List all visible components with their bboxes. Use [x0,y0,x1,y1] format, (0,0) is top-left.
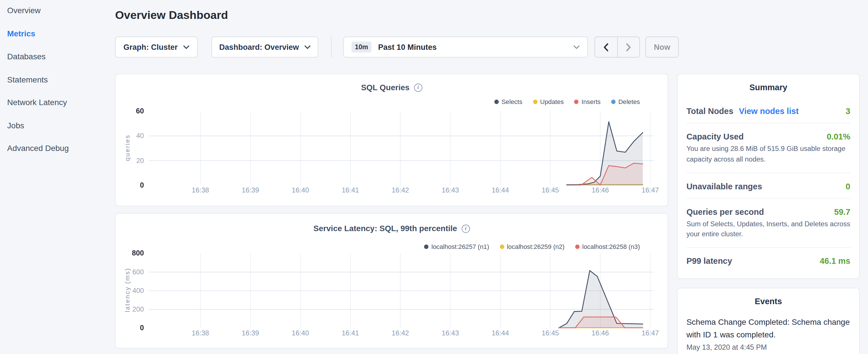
svg-text:16:46: 16:46 [592,329,609,337]
summary-row-p99-latency: P99 latency 46.1 ms [686,247,850,273]
graph-scope-dropdown[interactable]: Graph: Cluster [115,36,198,57]
summary-value: 3 [846,106,850,116]
chevron-right-icon [626,43,631,51]
summary-value: 46.1 ms [820,256,850,265]
svg-text:16:40: 16:40 [292,186,309,194]
svg-text:60: 60 [136,107,144,115]
sidebar-item-overview[interactable]: Overview [7,7,69,14]
svg-text:16:43: 16:43 [442,329,459,337]
svg-text:16:44: 16:44 [492,186,509,194]
service-latency-chart-card: Service Latency: SQL, 99th percentile i … [115,213,668,349]
summary-label: Unavailable ranges [686,181,762,191]
chart-plot-0[interactable]: 16:3816:3916:4016:4116:4216:4316:4416:45… [116,74,669,207]
sidebar-item-jobs[interactable]: Jobs [7,122,69,129]
sidebar-item-network-latency[interactable]: Network Latency [7,99,69,106]
graph-scope-label: Graph: Cluster [124,43,178,52]
event-list-item[interactable]: Schema Change Completed: Schema change w… [686,316,850,351]
summary-row-unavailable-ranges: Unavailable ranges 0 [686,172,850,198]
chevron-down-icon [574,45,580,49]
time-range-select[interactable]: 10m Past 10 Minutes [343,36,588,57]
sidebar-item-databases[interactable]: Databases [7,53,69,61]
page-title: Overview Dashboard [115,8,228,22]
sidebar-nav: Overview Metrics Databases Statements Ne… [7,7,69,167]
svg-text:16:39: 16:39 [242,186,259,194]
svg-text:16:40: 16:40 [292,329,309,337]
svg-text:16:45: 16:45 [541,329,559,337]
toolbar-divider [331,36,332,57]
time-range-label: Past 10 Minutes [378,43,436,52]
chart-plot-1[interactable]: 16:3816:3916:4016:4116:4216:4316:4416:45… [116,214,669,349]
view-nodes-list-link[interactable]: View nodes list [739,106,799,116]
summary-subtext: Sum of Selects, Updates, Inserts, and De… [686,219,850,247]
summary-value: 0.01% [827,132,850,141]
svg-text:600: 600 [132,268,144,276]
event-timestamp: May 13, 2020 at 4:45 PM [686,343,850,351]
svg-text:0: 0 [140,324,144,332]
time-step-button-group [595,36,640,57]
events-title: Events [686,288,850,310]
svg-text:16:41: 16:41 [342,329,359,337]
summary-label: P99 latency [686,256,732,265]
svg-text:40: 40 [136,132,144,139]
now-button[interactable]: Now [645,36,679,57]
sidebar-item-advanced-debug[interactable]: Advanced Debug [7,144,69,152]
svg-text:16:42: 16:42 [392,186,409,194]
chevron-left-icon [603,43,608,51]
svg-text:16:45: 16:45 [541,186,559,194]
svg-text:16:47: 16:47 [642,329,659,337]
svg-text:200: 200 [132,305,144,313]
time-step-back-button[interactable] [595,37,618,57]
svg-text:16:46: 16:46 [592,186,609,194]
time-range-badge: 10m [351,41,372,53]
time-step-forward-button[interactable] [618,37,639,57]
svg-text:20: 20 [136,157,144,164]
summary-panel: Summary Total Nodes View nodes list 3 Ca… [677,74,860,279]
event-message: Schema Change Completed: Schema change w… [686,316,850,342]
svg-text:16:41: 16:41 [342,186,359,194]
chevron-down-icon [304,45,310,49]
events-panel: Events Schema Change Completed: Schema c… [677,288,860,354]
summary-label: Capacity Used [686,132,744,141]
summary-row-total-nodes: Total Nodes View nodes list 3 [686,96,850,123]
svg-text:16:42: 16:42 [392,329,409,337]
svg-text:16:43: 16:43 [442,186,459,194]
svg-text:16:38: 16:38 [192,329,209,337]
dashboard-label: Dashboard: Overview [219,43,299,52]
summary-subtext: You are using 28.6 MiB of 515.9 GiB usab… [686,144,850,172]
sidebar-item-statements[interactable]: Statements [7,75,69,84]
svg-text:16:44: 16:44 [492,329,509,337]
chevron-down-icon [183,45,189,49]
sql-queries-chart-card: SQL Queries i SelectsUpdatesInsertsDelet… [115,74,668,206]
svg-text:16:38: 16:38 [192,186,209,194]
svg-text:16:47: 16:47 [642,186,659,194]
summary-title: Summary [686,74,850,96]
summary-label: Total Nodes [686,106,733,116]
summary-label: Queries per second [686,207,764,216]
svg-text:800: 800 [132,249,144,257]
sidebar-item-metrics[interactable]: Metrics [7,30,69,37]
summary-value: 59.7 [834,207,850,216]
svg-text:0: 0 [140,181,144,189]
svg-text:16:39: 16:39 [242,329,259,337]
dashboard-dropdown[interactable]: Dashboard: Overview [212,36,318,57]
db-console-page: Overview Metrics Databases Statements Ne… [0,0,868,354]
summary-value: 0 [846,181,850,191]
svg-text:400: 400 [132,287,144,294]
